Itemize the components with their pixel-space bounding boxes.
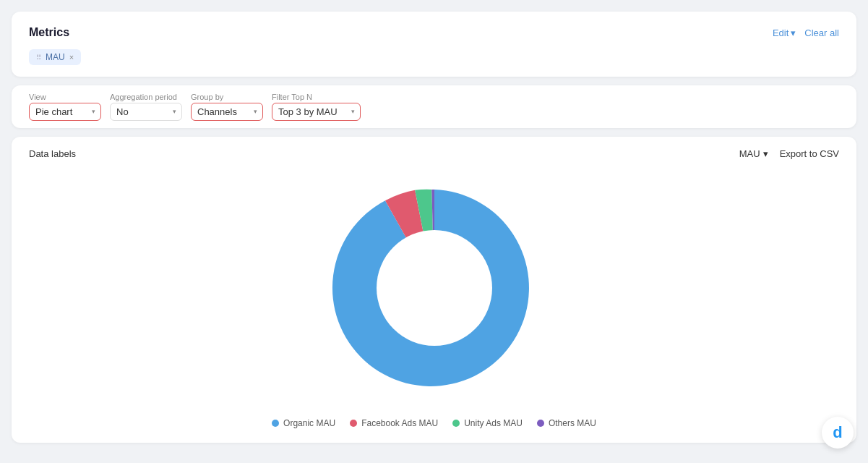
legend-label-organic: Organic MAU xyxy=(283,418,335,428)
legend-item-unity: Unity Ads MAU xyxy=(452,418,523,428)
view-select[interactable]: Pie chartBar chartLine chart xyxy=(29,103,101,121)
chart-toolbar: Data labels MAU Export to CSV xyxy=(29,148,839,159)
legend-label-others: Others MAU xyxy=(549,418,596,428)
legend-label-unity: Unity Ads MAU xyxy=(464,418,523,428)
drag-icon: ⠿ xyxy=(36,54,41,61)
mau-tag: ⠿ MAU × xyxy=(29,49,81,65)
export-csv-button[interactable]: Export to CSV xyxy=(780,148,839,159)
legend-label-facebook: Facebook Ads MAU xyxy=(361,418,438,428)
metric-dropdown[interactable]: MAU xyxy=(739,148,768,159)
filter-top-n-control: Filter Top N Top 3 by MAUTop 5 by MAUTop… xyxy=(272,93,361,121)
metrics-header: Metrics Edit Clear all xyxy=(29,26,839,39)
view-label: View xyxy=(29,93,101,101)
clear-all-button[interactable]: Clear all xyxy=(804,27,839,38)
chart-legend: Organic MAU Facebook Ads MAU Unity Ads M… xyxy=(272,418,596,428)
brand-logo: d xyxy=(822,417,854,449)
legend-dot-unity xyxy=(452,420,460,427)
filter-top-n-select[interactable]: Top 3 by MAUTop 5 by MAUTop 10 by MAU xyxy=(272,103,361,121)
legend-dot-others xyxy=(537,420,544,427)
group-by-label: Group by xyxy=(191,93,263,101)
metrics-card: Metrics Edit Clear all ⠿ MAU × xyxy=(12,12,856,77)
legend-item-facebook: Facebook Ads MAU xyxy=(350,418,438,428)
chart-right-controls: MAU Export to CSV xyxy=(739,148,839,159)
legend-item-organic: Organic MAU xyxy=(272,418,335,428)
brand-logo-letter: d xyxy=(833,423,842,442)
data-labels-label: Data labels xyxy=(29,148,76,159)
donut-chart xyxy=(319,172,550,404)
group-by-select[interactable]: ChannelsCountryPlatform xyxy=(191,103,263,121)
aggregation-select[interactable]: NoDailyWeeklyMonthly xyxy=(110,103,182,121)
header-actions: Edit Clear all xyxy=(773,27,839,38)
chart-area: Organic MAU Facebook Ads MAU Unity Ads M… xyxy=(29,165,839,428)
view-control: View Pie chartBar chartLine chart ▾ xyxy=(29,93,101,121)
donut-hole xyxy=(377,230,492,346)
edit-chevron-icon xyxy=(791,27,796,38)
chart-card: Data labels MAU Export to CSV xyxy=(12,137,856,443)
filter-top-n-label: Filter Top N xyxy=(272,93,361,101)
aggregation-control: Aggregation period NoDailyWeeklyMonthly … xyxy=(110,93,182,121)
metrics-title: Metrics xyxy=(29,26,69,39)
tags-row: ⠿ MAU × xyxy=(29,49,839,65)
controls-bar: View Pie chartBar chartLine chart ▾ Aggr… xyxy=(12,85,856,128)
donut-svg xyxy=(319,172,550,404)
aggregation-label: Aggregation period xyxy=(110,93,182,101)
legend-dot-organic xyxy=(272,420,279,427)
legend-dot-facebook xyxy=(350,420,357,427)
tag-close-icon[interactable]: × xyxy=(69,53,74,61)
metric-dropdown-chevron-icon xyxy=(763,148,768,159)
group-by-control: Group by ChannelsCountryPlatform ▾ xyxy=(191,93,263,121)
edit-button[interactable]: Edit xyxy=(773,27,796,38)
tag-label: MAU xyxy=(46,52,65,62)
legend-item-others: Others MAU xyxy=(537,418,596,428)
